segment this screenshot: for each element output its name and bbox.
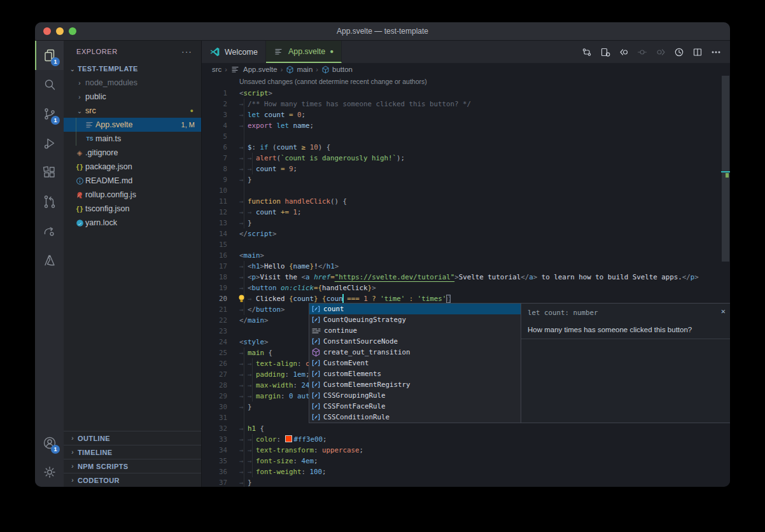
- code-line-11[interactable]: 11→ function handleClick() {: [202, 196, 730, 207]
- action-split-editor[interactable]: [692, 47, 703, 57]
- code-line-13[interactable]: 13→ }: [202, 218, 730, 228]
- code-line-7[interactable]: 7→ → alert(`count is dangerously high!`)…: [202, 153, 730, 164]
- code-line-8[interactable]: 8→ → count = 9;: [202, 164, 730, 174]
- explorer-sidebar: EXPLORER ··· ⌄ TEST-TEMPLATE ›node_modul…: [64, 41, 202, 487]
- suggestion-signature: let count: number: [521, 304, 730, 317]
- scrollbar-thumb[interactable]: [722, 76, 729, 262]
- code-line-15[interactable]: 15: [202, 239, 730, 250]
- activity-live-share[interactable]: [35, 216, 64, 246]
- code-line-16[interactable]: 16<main>: [202, 250, 730, 261]
- code-line-2[interactable]: 2→ /** How many times has someone clicke…: [202, 99, 730, 109]
- suggestion-customelementregistry[interactable]: CustomElementRegistry: [309, 379, 521, 390]
- lightbulb-icon[interactable]: [238, 295, 245, 303]
- tree-item-readme.md[interactable]: README.md: [64, 174, 201, 188]
- activity-explorer[interactable]: 1: [35, 41, 64, 70]
- activity-search[interactable]: [35, 70, 64, 99]
- code-line-35[interactable]: 35→ → font-size: 4em;: [202, 456, 730, 466]
- suggestion-cssgroupingrule[interactable]: CSSGroupingRule: [309, 390, 521, 401]
- code-line-14[interactable]: 14</script>: [202, 228, 730, 239]
- tree-item-label: main.ts: [95, 134, 121, 143]
- activity-extensions[interactable]: [35, 158, 64, 187]
- tree-item-node-modules[interactable]: ›node_modules: [64, 76, 201, 90]
- code-line-36[interactable]: 36→ → font-weight: 100;: [202, 466, 730, 477]
- tab-welcome[interactable]: Welcome: [202, 41, 266, 63]
- breadcrumb-main[interactable]: main: [286, 66, 312, 74]
- suggestion-count[interactable]: count: [309, 304, 521, 314]
- views-and-more-actions-button[interactable]: ···: [181, 46, 192, 57]
- code-line-4[interactable]: 4→ export let name;: [202, 120, 730, 131]
- activity-settings[interactable]: [35, 458, 64, 487]
- file-icon: [274, 46, 284, 57]
- code-line-17[interactable]: 17→ <h1>Hello {name}!</h1>: [202, 261, 730, 272]
- tree-item-tsconfig.json[interactable]: {}tsconfig.json: [64, 202, 201, 216]
- suggestion-customevent[interactable]: CustomEvent: [309, 358, 521, 368]
- code-line-9[interactable]: 9→ }: [202, 174, 730, 185]
- tree-item-.gitignore[interactable]: ◈.gitignore: [64, 146, 201, 160]
- tree-item-package.json[interactable]: {}package.json: [64, 160, 201, 174]
- tree-item-rollup.config.js[interactable]: rollup.config.js: [64, 188, 201, 202]
- breadcrumb-app.svelte[interactable]: App.svelte: [230, 64, 277, 74]
- code-line-19[interactable]: 19→ <button on:click={handleClick}>: [202, 283, 730, 293]
- badge: 1: [51, 116, 60, 125]
- code-line-6[interactable]: 6→ $: if (count ≥ 10) {: [202, 142, 730, 153]
- tree-item-label: .gitignore: [85, 148, 118, 157]
- code-line-32[interactable]: 32→ h1 {: [202, 423, 730, 434]
- suggestion-cssfontfacerule[interactable]: CSSFontFaceRule: [309, 401, 521, 412]
- breadcrumb-button[interactable]: button: [321, 66, 353, 74]
- tab-app-svelte[interactable]: App.svelte ●: [266, 41, 342, 63]
- action-back-change[interactable]: [619, 47, 629, 57]
- line-number: 15: [202, 239, 227, 250]
- suggestion-customelements[interactable]: customElements: [309, 368, 521, 379]
- tree-item-main.ts[interactable]: TSmain.ts: [64, 132, 201, 146]
- variable-icon: [311, 412, 321, 422]
- yarn-file-icon: [74, 219, 85, 227]
- action-compare-changes[interactable]: [582, 47, 592, 57]
- tree-item-app.svelte[interactable]: App.svelte1, M: [64, 118, 201, 132]
- suggestion-constantsourcenode[interactable]: ConstantSourceNode: [309, 336, 521, 347]
- section-outline[interactable]: ›OUTLINE: [64, 431, 201, 445]
- close-icon[interactable]: ✕: [721, 307, 726, 315]
- tree-item-public[interactable]: ›public: [64, 90, 201, 104]
- project-root-item[interactable]: ⌄ TEST-TEMPLATE: [64, 62, 201, 76]
- ts-file-icon: TS: [84, 136, 95, 142]
- section-timeline[interactable]: ›TIMELINE: [64, 445, 201, 459]
- code-line-34[interactable]: 34→ → text-transform: uppercase;: [202, 445, 730, 456]
- code-line-3[interactable]: 3→ let count = 0;: [202, 109, 730, 120]
- code-line-5[interactable]: 5: [202, 131, 730, 142]
- activity-accounts[interactable]: 1: [35, 428, 64, 458]
- code-line-10[interactable]: 10: [202, 185, 730, 196]
- tree-item-src[interactable]: ⌄src●: [64, 104, 201, 118]
- pull-requests-icon: [42, 194, 57, 209]
- tree-item-yarn.lock[interactable]: yarn.lock: [64, 216, 201, 230]
- azure-icon: [42, 253, 57, 268]
- suggestion-cssconditionrule[interactable]: CSSConditionRule: [309, 412, 521, 423]
- tree-item-label: public: [85, 92, 106, 101]
- activity-azure[interactable]: [35, 246, 64, 275]
- action-next-change[interactable]: [656, 47, 666, 57]
- action-file-history[interactable]: [674, 47, 684, 57]
- suggestion-countqueuingstrategy[interactable]: CountQueuingStrategy: [309, 314, 521, 325]
- section-codetour[interactable]: ›CODETOUR: [64, 473, 201, 487]
- scrollbar[interactable]: [721, 76, 730, 487]
- section-npm-scripts[interactable]: ›NPM SCRIPTS: [64, 459, 201, 473]
- suggestion-continue[interactable]: continue: [309, 325, 521, 336]
- line-number: 37: [202, 477, 227, 487]
- breadcrumb-src[interactable]: src: [212, 66, 221, 73]
- activity-source-control[interactable]: 1: [35, 99, 64, 129]
- code-editor[interactable]: Unsaved changes (cannot determine recent…: [202, 76, 730, 487]
- codelens-unsaved-changes[interactable]: Unsaved changes (cannot determine recent…: [202, 76, 730, 88]
- suggestion-create_out_transition[interactable]: create_out_transition: [309, 347, 521, 358]
- activity-run-debug[interactable]: [35, 129, 64, 158]
- action-more-actions[interactable]: [711, 47, 721, 57]
- chevron-right-icon: ›: [67, 449, 78, 456]
- code-line-1[interactable]: 1<script>: [202, 88, 730, 99]
- title-bar[interactable]: App.svelte — test-template: [35, 22, 730, 41]
- code-line-18[interactable]: 18→ <p>Visit the <a href="https://svelte…: [202, 272, 730, 283]
- action-previous-change[interactable]: [637, 47, 647, 57]
- code-line-33[interactable]: 33→ → color: #ff3e00;: [202, 434, 730, 445]
- activity-pull-requests[interactable]: [35, 187, 64, 216]
- action-open-changes[interactable]: [600, 47, 610, 57]
- color-swatch[interactable]: [285, 435, 292, 442]
- code-line-37[interactable]: 37→ }: [202, 477, 730, 487]
- code-line-12[interactable]: 12→ → count += 1;: [202, 207, 730, 218]
